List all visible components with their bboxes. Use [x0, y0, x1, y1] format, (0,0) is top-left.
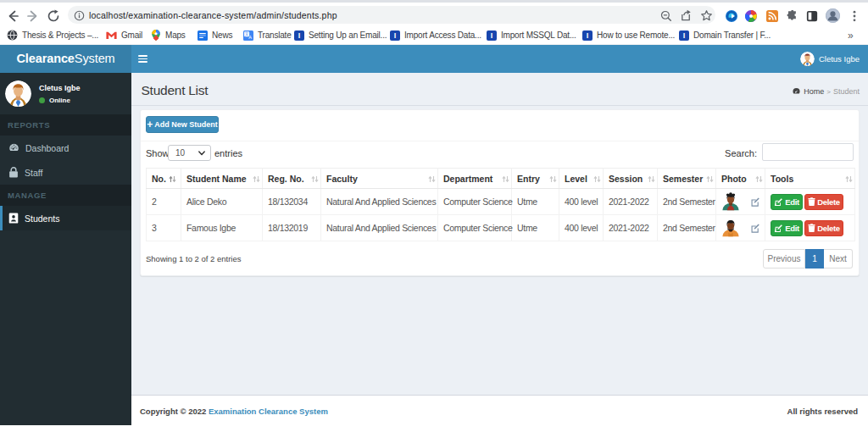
svg-text:A: A — [248, 34, 252, 39]
